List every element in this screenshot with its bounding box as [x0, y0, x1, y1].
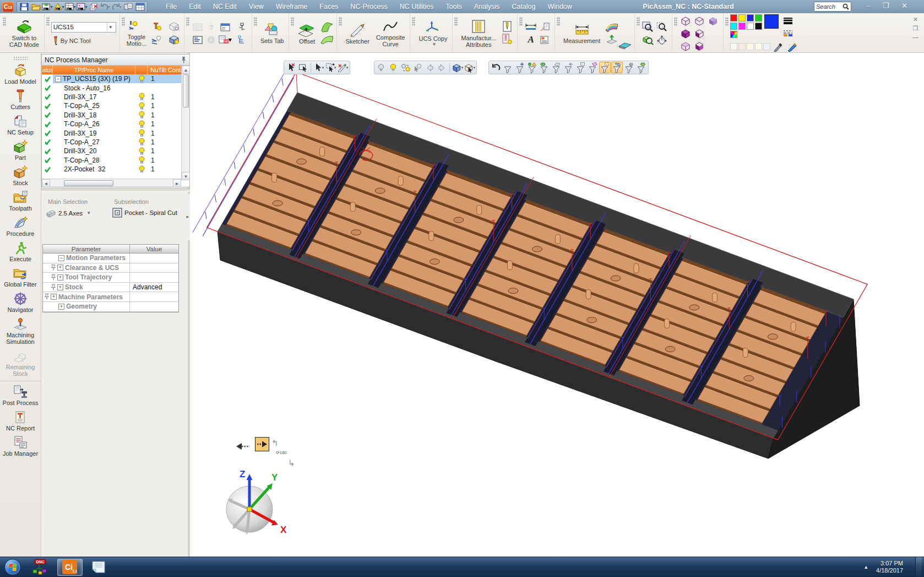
main-selection-arrow[interactable]: ▼ [86, 211, 91, 215]
shaded-display-button[interactable] [706, 15, 720, 27]
paintbrush-icon[interactable] [785, 41, 798, 53]
rainbow-swatch[interactable] [730, 31, 737, 38]
dropdown-arrow[interactable]: ▾ [334, 66, 336, 70]
parameter-row-tool-trajectory[interactable]: +Tool Trajectory [43, 273, 178, 283]
tray-expand-arrow[interactable]: ▲ [863, 564, 868, 570]
parameter-row-geometry[interactable]: +Geometry [43, 302, 178, 312]
param-expand-toggle[interactable]: + [51, 294, 57, 300]
sidebar-item-navigator[interactable]: Navigator [0, 290, 41, 315]
attr-bulb-button-active[interactable] [501, 34, 514, 46]
scroll-right-arrow[interactable]: ► [173, 179, 181, 187]
visibility-bulb-icon[interactable] [135, 75, 148, 83]
measurement-button[interactable]: Measurement [562, 23, 602, 45]
process-row-t-cop-a-27[interactable]: T-Cop-A_271 [42, 138, 189, 147]
flatten-check-button[interactable] [618, 39, 631, 51]
funnel-face-button[interactable] [551, 62, 562, 73]
parameter-row-machine-parameters[interactable]: +Machine Parameters [43, 292, 178, 302]
rotate-180-icon[interactable]: ⟳180 [276, 450, 287, 455]
rotate-ccw-icon[interactable]: ↰ [271, 438, 279, 448]
current-color-swatch[interactable] [764, 14, 779, 29]
cube-bulb-button-active[interactable] [167, 34, 181, 46]
bulb-pair-button[interactable] [400, 62, 411, 73]
color-swatch-2[interactable] [747, 14, 754, 21]
value-column-header[interactable]: Value [130, 245, 178, 253]
machining-model-3d[interactable] [190, 53, 922, 557]
visibility-bulb-icon[interactable] [135, 147, 148, 155]
menu-nc-process[interactable]: NC-Process [344, 1, 393, 13]
sidebar-item-post-process[interactable]: Post Process [0, 381, 41, 408]
import-table-button[interactable]: IN▾ [65, 2, 76, 12]
search-input[interactable]: Search [814, 2, 851, 12]
nav-right-button[interactable] [436, 62, 448, 73]
pan-left-icon[interactable] [235, 440, 254, 452]
process-row-t-cop-a-28[interactable]: T-Cop-A_281 [42, 156, 189, 165]
info-button[interactable]: i [205, 34, 218, 46]
parameter-column-header[interactable]: Parameter [43, 245, 130, 253]
funnel-plane-button[interactable] [587, 62, 599, 73]
cube-blue-button[interactable]: ▾ [452, 62, 463, 73]
box-select-button[interactable] [297, 62, 309, 73]
cube-cursor-button[interactable]: ▾ [464, 62, 475, 73]
menu-file[interactable]: File [160, 1, 183, 13]
recent-color-4[interactable] [763, 43, 770, 50]
tree-collapse-button[interactable] [235, 21, 248, 33]
taskbar-cimatron-app-active[interactable]: Ci13 [57, 559, 83, 576]
ucs-dropdown-arrow[interactable]: ▼ [107, 23, 114, 31]
zoom-window-button[interactable] [642, 21, 655, 33]
ucs-copy-button[interactable]: UCS Copy ▼ [417, 19, 449, 47]
doc-minimize-icon[interactable]: — [912, 34, 918, 40]
color-swatch-3[interactable] [755, 14, 762, 21]
sidebar-item-part[interactable]: Part [0, 138, 41, 163]
hidden-line-display-button[interactable] [693, 15, 706, 27]
parameter-row-clearance-ucs[interactable]: +Clearance & UCS [43, 263, 178, 273]
import-model-button[interactable]: IN▾ [42, 2, 53, 12]
doc-restore-icon[interactable]: ❐ [913, 25, 918, 32]
half-shaded-display-button[interactable] [693, 28, 706, 40]
dropdown-arrow[interactable]: ▾ [461, 66, 463, 70]
app-logo-icon[interactable]: C13 [2, 2, 14, 12]
close-button[interactable]: ✕ [897, 0, 912, 13]
sweep-surface-button[interactable] [320, 21, 333, 33]
recent-color-2[interactable] [747, 43, 754, 50]
draft-check-button[interactable] [605, 34, 618, 46]
pan-right-button-active[interactable] [255, 437, 269, 451]
visibility-bulb-icon[interactable] [135, 93, 148, 101]
process-row-drill-3x-19[interactable]: Drill-3X_191 [42, 128, 189, 137]
funnel-leaf-button[interactable] [635, 62, 647, 73]
list-gray-button[interactable] [191, 21, 204, 33]
param-expand-toggle[interactable]: − [58, 255, 64, 261]
switch-to-cad-mode-button[interactable]: Switch to CAD Mode [8, 19, 41, 48]
dropdown-arrow[interactable]: ▾ [322, 66, 324, 70]
funnel-box-button[interactable] [575, 62, 586, 73]
visibility-bulb-icon[interactable] [135, 111, 148, 119]
main-selection-dropdown[interactable]: 2.5 Axes ▼ [46, 208, 91, 218]
menu-catalog[interactable]: Catalog [506, 1, 541, 13]
funnel-move-button[interactable] [514, 62, 526, 73]
color-swatch-0[interactable] [730, 14, 737, 21]
import-warn-button[interactable]: IN▾ [53, 2, 64, 12]
composite-curve-button[interactable]: Composite Curve [374, 19, 407, 48]
sidebar-item-machining-simulation[interactable]: Machining Simulation [0, 315, 41, 347]
sets-tab-button[interactable]: Sets Tab [259, 23, 286, 45]
sidebar-item-job-manager[interactable]: Job Manager [0, 434, 41, 459]
cutter-bulb-button[interactable] [150, 21, 163, 33]
doc-close-icon[interactable]: ✕ [913, 16, 918, 23]
visibility-bulb-icon[interactable] [135, 156, 148, 164]
sidebar-item-nc-report[interactable]: NC Report [0, 408, 41, 434]
cube-wire-button[interactable] [167, 21, 181, 33]
redo-button[interactable]: ▾ [111, 2, 122, 12]
toolpath-bulb-button[interactable] [150, 34, 163, 46]
tree-expand-toggle[interactable]: − [55, 76, 61, 82]
filter-pen-button[interactable]: ▾ [337, 62, 349, 73]
scroll-down-arrow[interactable]: ▼ [182, 172, 190, 180]
by-nc-tool-button[interactable]: By NC Tool [51, 36, 116, 45]
drive-surface-button[interactable] [320, 34, 333, 46]
offset-button[interactable]: Offset [296, 22, 318, 45]
menu-view[interactable]: View [243, 1, 270, 13]
mixed-display-button[interactable] [693, 40, 706, 52]
scroll-left-arrow[interactable]: ◄ [42, 179, 50, 187]
manufacturing-attributes-button[interactable]: Manufactur... Attributes [459, 19, 498, 48]
vscroll-thumb[interactable] [183, 74, 189, 107]
parameter-row-stock[interactable]: +StockAdvanced [43, 283, 178, 293]
menu-tools[interactable]: Tools [440, 1, 468, 13]
